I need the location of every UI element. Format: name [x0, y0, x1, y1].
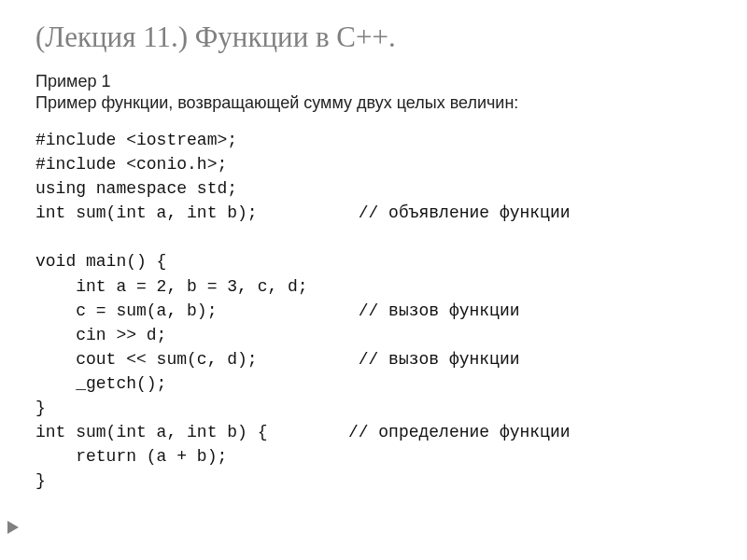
example-label: Пример 1 — [35, 72, 110, 91]
slide: (Лекция 11.) Функции в С++. Пример 1 При… — [0, 0, 747, 560]
code-line: int sum(int a, int b); — [35, 203, 258, 222]
code-line: #include <conio.h>; — [35, 155, 227, 174]
code-line: #include <iostream>; — [35, 131, 237, 149]
code-line: _getch(); — [35, 374, 166, 393]
code-comment: // вызов функции — [359, 301, 520, 320]
code-line: using namespace std; — [35, 179, 237, 198]
slide-title: (Лекция 11.) Функции в С++. — [35, 21, 719, 54]
code-line: void main() { — [35, 252, 166, 271]
code-comment: // объявление функции — [359, 203, 571, 222]
code-line: cin >> d; — [35, 326, 166, 344]
code-line: cout << sum(c, d); — [35, 350, 258, 369]
code-comment: // вызов функции — [359, 350, 520, 369]
code-line: } — [35, 399, 46, 417]
code-line: int a = 2, b = 3, c, d; — [35, 277, 308, 296]
corner-arrow-icon — [7, 521, 19, 534]
example-description: Пример функции, возвращающей сумму двух … — [35, 93, 518, 112]
code-line: int sum(int a, int b) { — [35, 423, 267, 441]
code-line: return (a + b); — [35, 447, 227, 466]
code-line: c = sum(a, b); — [35, 301, 217, 320]
code-line: } — [35, 471, 46, 490]
code-block: #include <iostream>; #include <conio.h>;… — [35, 128, 719, 493]
code-comment: // определение функции — [348, 423, 571, 441]
example-header: Пример 1 Пример функции, возвращающей су… — [35, 71, 719, 113]
